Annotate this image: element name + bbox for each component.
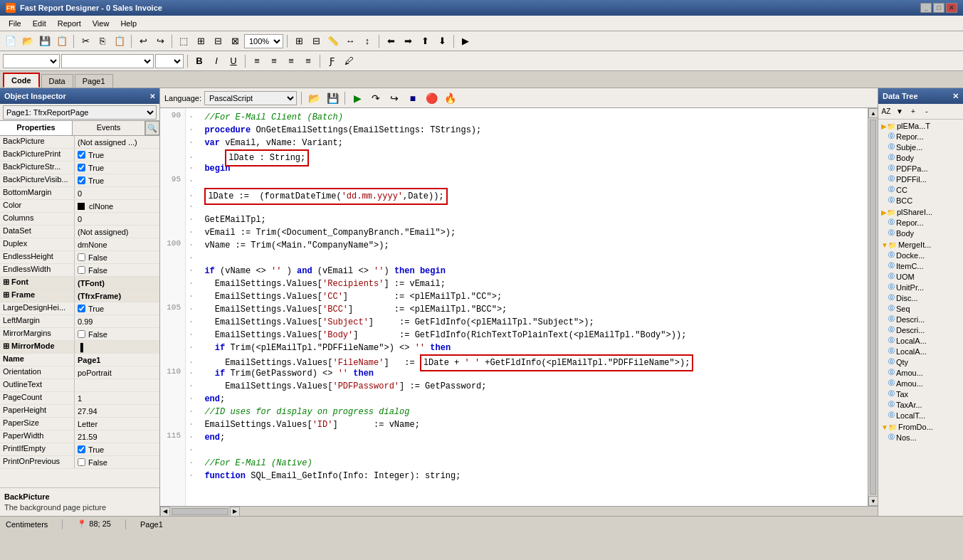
collapse-all-button[interactable]: - [920,105,933,118]
scroll-down-arrow[interactable]: ▼ [868,496,878,506]
language-selector[interactable]: PascalScript [204,91,297,105]
tree-item-disc[interactable]: ⓪ Disc... [880,292,962,303]
align-b[interactable]: ⬇ [434,33,450,49]
select2-button[interactable]: ⊞ [193,33,209,49]
bold-button[interactable]: B [191,53,207,69]
paste-button[interactable]: 📋 [112,33,127,49]
code-content-area[interactable]: · //For E-Mail Client (Batch) · procedur… [186,108,868,506]
copy-button[interactable]: ⎘ [95,33,110,49]
tree-item-amou2[interactable]: ⓪ Amou... [880,378,962,389]
undo-button[interactable]: ↩ [135,33,151,49]
tree-item-report1[interactable]: ⓪ Repor... [880,131,962,142]
align-left-button[interactable]: ≡ [249,53,265,69]
stop-button[interactable]: ■ [405,90,421,106]
close-button[interactable]: ✕ [946,3,957,13]
stepover-button[interactable]: ↪ [386,90,402,106]
tool3-button[interactable]: ⊟ [210,33,226,49]
open-script-button[interactable]: 📂 [306,90,322,106]
h-scroll-thumb[interactable] [172,508,228,515]
menu-file[interactable]: File [3,18,27,29]
tree-item-unitpr[interactable]: ⓪ UnitPr... [880,282,962,292]
breakpoint-button[interactable]: 🔴 [423,90,439,106]
tree-item-subject[interactable]: ⓪ Subje... [880,142,962,152]
tree-item-descri2[interactable]: ⓪ Descri... [880,324,962,335]
tree-item-pdffil[interactable]: ⓪ PDFFil... [880,174,962,184]
align-right-button[interactable]: ≡ [283,53,299,69]
step-button[interactable]: ↷ [368,90,384,106]
scroll-up-arrow[interactable]: ▲ [868,108,878,118]
checkbox-endlessheight[interactable] [78,253,85,261]
select-button[interactable]: ⬚ [176,33,191,49]
menu-help[interactable]: Help [115,18,142,29]
tree-item-pdfpa[interactable]: ⓪ PDFPa... [880,163,962,174]
filter-button[interactable]: ▼ [893,105,906,118]
preview-button[interactable]: ▶ [458,33,473,49]
tool-v[interactable]: ↕ [359,33,375,49]
checkbox-mirrormargins[interactable] [78,330,85,338]
tab-page1[interactable]: Page1 [75,74,113,88]
tree-item-docke[interactable]: ⓪ Docke... [880,250,962,260]
tab-events[interactable]: Events [73,121,145,135]
tab-properties[interactable]: Properties [0,121,73,135]
tree-item-itemc[interactable]: ⓪ ItemC... [880,260,962,271]
tree-item-mergeit[interactable]: ▼📁 MergeIt... [880,240,962,250]
new-button[interactable]: 📄 [3,33,19,49]
maximize-button[interactable]: □ [933,3,944,13]
checkbox-endlesswidth[interactable] [78,266,85,274]
checkbox-printifempty[interactable] [78,445,85,453]
run-button[interactable]: ▶ [349,90,365,106]
menu-view[interactable]: View [87,18,115,29]
object-inspector-close[interactable]: ✕ [149,93,155,100]
object-type-dropdown[interactable] [3,54,60,68]
tree-item-localt[interactable]: ⓪ LocalT... [880,410,962,421]
align-l[interactable]: ⬅ [383,33,399,49]
scroll-left-arrow[interactable]: ◀ [160,507,170,517]
tree-item-plemailt[interactable]: ▶📁 plEMa...T [880,121,962,131]
open-button[interactable]: 📂 [20,33,36,49]
sort-az-button[interactable]: AZ [880,105,893,118]
checkbox-backpicturevisible[interactable] [78,176,85,184]
tree-item-descri1[interactable]: ⓪ Descri... [880,314,962,324]
save-button[interactable]: 💾 [37,33,53,49]
font-size-dropdown[interactable] [155,54,184,68]
align-r[interactable]: ➡ [400,33,416,49]
search-properties-button[interactable]: 🔍 [145,121,159,135]
tree-item-body1[interactable]: ⓪ Body [880,152,962,163]
tool4-button[interactable]: ⊠ [227,33,243,49]
tree-item-locala2[interactable]: ⓪ LocalA... [880,346,962,356]
tree-item-body2[interactable]: ⓪ Body [880,228,962,238]
object-selector[interactable]: Page1: TfrxReportPage [3,105,157,120]
checkbox-backpictureprint[interactable] [78,151,85,159]
font-name-dropdown[interactable] [61,54,154,68]
tree-item-plsharei[interactable]: ▶📁 plShareI... [880,207,962,217]
zoom-dropdown[interactable]: 100% [244,34,283,48]
data-tree-close[interactable]: ✕ [952,92,959,101]
tool-h[interactable]: ↔ [342,33,358,49]
tree-item-report2[interactable]: ⓪ Repor... [880,217,962,228]
tree-item-taxar[interactable]: ⓪ TaxAr... [880,399,962,410]
align-justify-button[interactable]: ≡ [300,53,316,69]
tree-item-nos[interactable]: ⓪ Nos... [880,432,962,443]
redo-button[interactable]: ↪ [152,33,168,49]
tree-item-cc[interactable]: ⓪ CC [880,184,962,195]
code-vertical-scrollbar[interactable]: ▲ ▼ [868,108,878,506]
scroll-right-arrow[interactable]: ▶ [230,507,240,517]
italic-button[interactable]: I [209,53,224,69]
minimize-button[interactable]: _ [920,3,932,13]
tree-item-bcc[interactable]: ⓪ BCC [880,195,962,206]
expand-all-button[interactable]: + [907,105,920,118]
scroll-thumb[interactable] [870,120,876,495]
tree-item-tax[interactable]: ⓪ Tax [880,389,962,399]
align-t[interactable]: ⬆ [417,33,433,49]
tree-item-qty[interactable]: ⓪ Qty [880,356,962,367]
underline-button[interactable]: U [226,53,241,69]
checkbox-printonprevious[interactable] [78,458,85,466]
tree-item-locala1[interactable]: ⓪ LocalA... [880,335,962,346]
format-button[interactable]: Ƒ [324,53,340,69]
tree-item-uom[interactable]: ⓪ UOM [880,271,962,282]
save-script-button[interactable]: 💾 [325,90,340,106]
tree-item-amou1[interactable]: ⓪ Amou... [880,367,962,378]
clear-button[interactable]: 🔥 [442,90,458,106]
highlight-button[interactable]: 🖊 [341,53,357,69]
tab-data[interactable]: Data [41,74,73,88]
